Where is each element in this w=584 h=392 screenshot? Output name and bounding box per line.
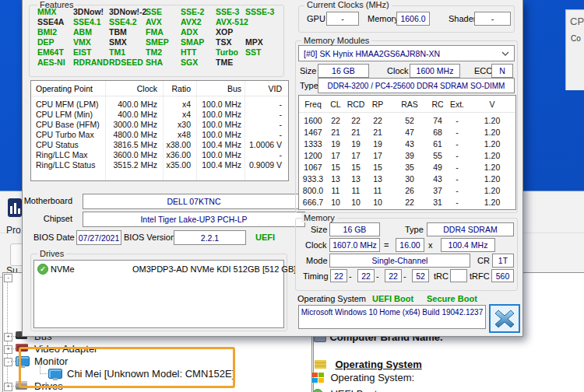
timing-dash3: - [403, 271, 406, 281]
cpuz-text: Co [571, 34, 581, 43]
drive-type: NVMe [51, 264, 75, 274]
feature-flag: RDRAND [73, 58, 109, 67]
tree-expander[interactable]: - [4, 358, 12, 366]
freq-cell: 30 [405, 174, 414, 184]
freq-cell: 22 [351, 116, 361, 125]
freq-cell: 1.20 [484, 116, 500, 125]
feature-flag: RDSEED [109, 58, 143, 67]
bios-date-value: 07/27/2021 [76, 230, 121, 245]
freq-cell: 17 [351, 151, 361, 160]
feature-flag: SMAP [181, 37, 204, 47]
op-value: 400.0 MHz [118, 100, 157, 109]
close-button[interactable] [489, 304, 520, 333]
feature-flag: SSSE-3 [245, 7, 274, 16]
freq-cell: 933.3 [303, 174, 323, 184]
feature-flag: EM64T [37, 47, 64, 57]
freq-cell: 22 [331, 116, 340, 125]
freq-cell: 1.20 [484, 186, 500, 195]
chipset-value: Intel Tiger Lake-UP3 PCH-LP [83, 212, 305, 227]
freq-cell: 52 [405, 116, 414, 125]
timing-dash2: - [376, 271, 379, 281]
freq-cell: 22 [373, 116, 382, 125]
module-clock-label: Clock [387, 66, 409, 75]
freq-cell: 800.0 [303, 186, 323, 195]
op-value: 4800.0 MHz [113, 130, 157, 139]
feature-flag: SSE-2 [181, 7, 204, 16]
drive-ok-icon: ✓ [37, 264, 48, 275]
monitor-icon [48, 369, 62, 379]
memory-title: Memory [301, 213, 337, 222]
feature-flag: SMEP [146, 37, 169, 47]
freq-cell: 1600 [304, 116, 322, 125]
tree-item-video-adapter[interactable]: Video Adapter [34, 343, 97, 355]
memory-clock2-label: Clock [305, 240, 327, 250]
tree-expander[interactable]: + [4, 333, 12, 341]
feature-flag: BMI2 [37, 27, 57, 37]
freq-cell: 15 [351, 163, 361, 172]
freq-cell: - [456, 186, 459, 195]
memory-module-dropdown[interactable]: [#0] SK Hynix HMAA2GS6AJR8N-XN [298, 45, 515, 61]
op-value: Ratio [171, 84, 191, 93]
memory-clock2-value: 1607.0 MHz [329, 238, 380, 252]
freq-cell: 1.20 [484, 151, 500, 160]
freq-cell: 19 [331, 139, 340, 149]
freq-cell: 1200 [304, 151, 322, 160]
tree-expander[interactable]: + [4, 383, 12, 391]
feature-flag: AVX2 [181, 17, 202, 26]
freq-cell: RAS [401, 100, 418, 109]
op-value: 100.0 MHz [202, 120, 241, 129]
gpu-clock-label: GPU [307, 14, 325, 23]
freq-cell: 13 [351, 174, 361, 184]
tree-item-chi-mei-unknown-model-cmn-e-[interactable]: Chi Mei [Unknown Model: CMN152E] [67, 368, 234, 380]
tree-item-drives[interactable]: Drives [34, 380, 63, 392]
freq-cell: 55 [433, 151, 442, 160]
op-value: x36.00 [166, 150, 191, 159]
op-value: x4 [182, 110, 191, 119]
op-name: Ring/LLC Max [36, 150, 88, 159]
feature-flag: TME [216, 58, 233, 67]
module-clock-value: 1600 MHz [410, 64, 460, 78]
memory-type-label: Type [405, 225, 424, 234]
op-value: 3600.0 MHz [113, 150, 157, 159]
freq-cell: 22 [405, 198, 414, 207]
memory-ratio-value: 16.00 [396, 238, 424, 252]
op-value: x30 [178, 120, 191, 129]
os-label: Operating System [297, 294, 366, 303]
memory-mode-value: Single-Channel [329, 254, 470, 268]
freq-cell: V [489, 100, 494, 109]
menu-item-program[interactable]: Pro [6, 225, 21, 236]
tree-item-monitor[interactable]: Monitor [34, 355, 68, 367]
screen: Pro Su - +Bus+Video Adapter-MonitorChi M… [0, 0, 584, 392]
tree-expander[interactable]: + [4, 345, 12, 354]
op-value: 100.0 MHz [202, 110, 241, 119]
op-value: 400.0 MHz [118, 110, 157, 119]
feature-flag: SST [245, 47, 261, 57]
trc-value [450, 269, 467, 282]
freq-cell: 61 [433, 139, 442, 149]
timing-rp: 22 [385, 269, 402, 282]
freq-cell: 21 [331, 128, 340, 137]
op-value: Clock [137, 84, 157, 93]
memory-cr-value: 1T [492, 254, 514, 268]
trfc-label: tRFC [470, 271, 490, 281]
freq-cell: 1067 [304, 163, 322, 172]
freq-cell: 666.7 [303, 198, 323, 207]
timing-cl: 22 [330, 269, 347, 282]
drives-listbox[interactable]: ✓ NVMe OM3PDP3-AD NVMe KDI 512GB [512 GB… [33, 260, 284, 328]
feature-flag: SMX [109, 37, 127, 47]
secure-boot-badge: Secure Boot [427, 294, 477, 303]
module-size-value: 16 GB [318, 64, 369, 78]
freq-cell: 10 [373, 198, 382, 207]
tree-expander-root[interactable]: - [4, 274, 12, 282]
close-icon [494, 310, 515, 328]
feature-flag: Turbo [216, 47, 238, 57]
feature-flag: EIST [73, 47, 91, 57]
op-value: - [280, 100, 283, 109]
freq-cell: - [456, 151, 459, 160]
gpu-icon [16, 344, 28, 352]
freq-cell: 10 [351, 198, 361, 207]
cpuz-window[interactable]: CPU Co [565, 9, 584, 90]
motherboard-label: Motherboard [23, 196, 72, 205]
memory-size-value: 16 GB [329, 222, 380, 236]
memory-mode-label: Mode [306, 256, 328, 265]
